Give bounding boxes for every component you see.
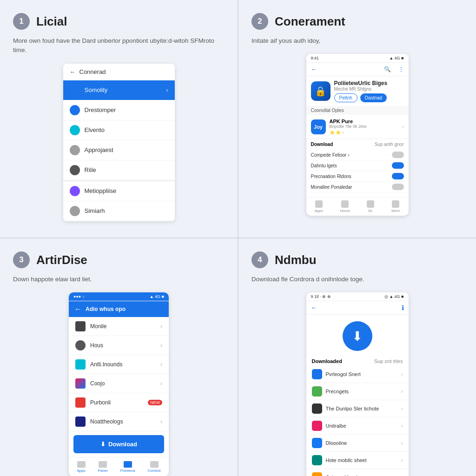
toggle-3-switch[interactable]: [392, 184, 404, 190]
cell-4: 4 Ndmbu Download fle Cordrora d onihnlod…: [238, 238, 476, 476]
dl-item-2[interactable]: The Dunlpo Sler tichote ›: [306, 400, 409, 417]
apps-icon: [315, 200, 323, 208]
settings-item-3[interactable]: Approjaest: [63, 140, 175, 160]
step-1-badge: 1: [13, 13, 30, 30]
toggle-1-switch[interactable]: [392, 162, 404, 169]
list-item-0-icon: [75, 321, 86, 331]
p3-nav-dl[interactable]: Pctreena: [120, 461, 135, 473]
more-icon[interactable]: ⋮: [398, 66, 404, 73]
toggle-0-switch[interactable]: [392, 152, 404, 158]
settings-back[interactable]: ← Connerad: [63, 64, 175, 80]
dl-section-header: Downloaded Sup ont trles: [306, 356, 409, 366]
app-name: PoliietewUrlic Biges: [334, 80, 404, 86]
cell-3-header: 3 ArtirDise: [13, 251, 225, 268]
list-item-1[interactable]: Hous ›: [69, 336, 169, 355]
toggle-0[interactable]: Compede Felioor ›: [311, 150, 404, 160]
status-right-4: ◎ ▲ 4G ■: [384, 294, 404, 299]
toggle-2-switch[interactable]: [392, 173, 404, 179]
dl-item-1[interactable]: Precngets ›: [306, 383, 409, 400]
settings-item-5[interactable]: Metioppliise: [63, 180, 175, 201]
settings-item-1[interactable]: Drestomper: [63, 100, 175, 120]
back-arrow-3[interactable]: ←: [74, 305, 82, 313]
open-button[interactable]: Peltnh: [334, 93, 357, 102]
settings-item-2[interactable]: Elvento: [63, 120, 175, 140]
dl-item-6[interactable]: Coinvrs Marohnpor ›: [306, 469, 409, 476]
cell-2-desc: Initate aif yous auth idoy,: [251, 36, 463, 46]
settings-item-4[interactable]: Riile: [63, 160, 175, 180]
nav-item-apps[interactable]: Apps: [315, 200, 323, 213]
dl-item-0[interactable]: Pvrleogol Snert ›: [306, 366, 409, 383]
list-item-5-chevron: ›: [160, 418, 162, 425]
settings-item-0[interactable]: Somolity ›: [63, 80, 175, 100]
dl-item-2-left: The Dunlpo Sler tichote: [312, 403, 379, 414]
list-item-5[interactable]: Noattheologs ›: [69, 412, 169, 431]
dl-section-sub: Sup ont trles: [374, 358, 403, 364]
dl-item-4[interactable]: Dloooline ›: [306, 435, 409, 452]
app-info: PoliietewUrlic Biges Meche Mft Shtgns Pe…: [334, 80, 404, 102]
dl-item-3[interactable]: Unitralbe ›: [306, 417, 409, 435]
list-item-2[interactable]: Antli.Inounds ›: [69, 355, 169, 374]
nav-back-4-icon[interactable]: ←: [311, 304, 317, 311]
apk-info: APK Pure Bnprdte 7lle 0k 2tne ⭐ ⭐ ○: [330, 119, 367, 135]
item-1-icon: [70, 105, 80, 115]
list-item-2-chevron: ›: [160, 361, 162, 368]
dl-item-0-left: Pvrleogol Snert: [312, 369, 361, 379]
toggle-1[interactable]: Dahntu lgets: [311, 160, 404, 171]
list-item-3[interactable]: Coojo ›: [69, 374, 169, 393]
dl-item-1-label: Precngets: [326, 389, 349, 394]
cell-1: 1 Licial More own foud have the Dard unb…: [0, 0, 238, 238]
p3-nav-apps[interactable]: Apps: [77, 461, 85, 473]
nav-item-profile[interactable]: More: [391, 200, 400, 213]
status-right-3: ▲ 4G ■: [150, 294, 164, 299]
download-btn-label: Download: [108, 441, 137, 448]
dl-item-4-icon: [312, 438, 322, 448]
status-bar-3: ●●● ○ ▲ 4G ■: [69, 292, 169, 301]
toggle-3[interactable]: Monallee Ponaledar: [311, 182, 404, 192]
list-item-1-label: Hous: [90, 342, 103, 349]
apk-row[interactable]: Joy APK Pure Bnprdte 7lle 0k 2tne ⭐ ⭐ ○ …: [306, 115, 409, 139]
phone3-nav: Apps Paner Pctreena Comtrol: [69, 457, 169, 476]
download-button[interactable]: Dastnad: [360, 93, 387, 102]
list-item-0[interactable]: Monile ›: [69, 317, 169, 336]
dl-item-3-left: Unitralbe: [312, 421, 346, 431]
dl-item-6-left: Coinvrs Marohnpor: [312, 472, 370, 476]
cell-2-mock: 9:41 ▲ 4G ■ ← 🔍 ⋮ 🔒 PoliietewUrlic Biges…: [251, 54, 463, 228]
apk-name: APK Pure: [330, 119, 367, 124]
item-2-label: Elvento: [85, 126, 105, 133]
list-item-0-chevron: ›: [160, 323, 162, 330]
p3-nav-home[interactable]: Paner: [98, 461, 107, 473]
dl-chevron-1: ›: [401, 389, 403, 394]
dl-chevron-0: ›: [401, 371, 403, 377]
dl-item-5[interactable]: Hote mobilc sheet ›: [306, 452, 409, 469]
nav-back-icon[interactable]: ←: [311, 66, 317, 73]
p3-nav-label-home: Paner: [98, 469, 107, 473]
apk-chevron: ›: [402, 124, 403, 129]
phone-nav[interactable]: ← 🔍 ⋮: [306, 63, 409, 76]
list-item-1-left: Hous: [75, 340, 103, 350]
list-item-2-icon: [75, 359, 86, 370]
app-sub: Meche Mft Shtgns: [334, 86, 404, 92]
apk-sub: Bnprdte 7lle 0k 2tne: [330, 124, 367, 129]
cell-3-title: ArtirDise: [36, 253, 87, 267]
cell-2-title: Conerament: [275, 14, 345, 29]
download-icon: ⬇: [100, 441, 106, 448]
download-big-btn[interactable]: ⬇ Download: [73, 435, 164, 453]
nav-item-dl[interactable]: DL: [367, 200, 374, 213]
search-icon[interactable]: 🔍: [384, 66, 391, 73]
list-item-1-icon: [75, 340, 86, 350]
nav-item-home[interactable]: Home: [340, 200, 350, 213]
settings-item-6[interactable]: Simiarh: [63, 201, 175, 221]
app-list-mock: ●●● ○ ▲ 4G ■ ← Adio whus opo Monile ›: [69, 292, 169, 476]
list-item-3-left: Coojo: [75, 378, 105, 389]
status-left: 9:41: [311, 56, 319, 60]
phone-nav-4[interactable]: ← ℹ: [306, 301, 409, 315]
list-item-4[interactable]: Purbonli NEW: [69, 393, 169, 412]
p3-nav-more[interactable]: Comtrol: [148, 461, 161, 473]
item-5-label: Metioppliise: [85, 187, 117, 194]
toggle-2[interactable]: Precnaation Rldons: [311, 171, 404, 182]
dl-item-4-label: Dloooline: [326, 440, 347, 446]
list-item-3-chevron: ›: [160, 380, 162, 387]
info-icon[interactable]: ℹ: [402, 304, 404, 311]
item-6-icon: [70, 206, 80, 216]
status-left-4: 9 1tl · ⊕ ⊕: [311, 294, 331, 299]
